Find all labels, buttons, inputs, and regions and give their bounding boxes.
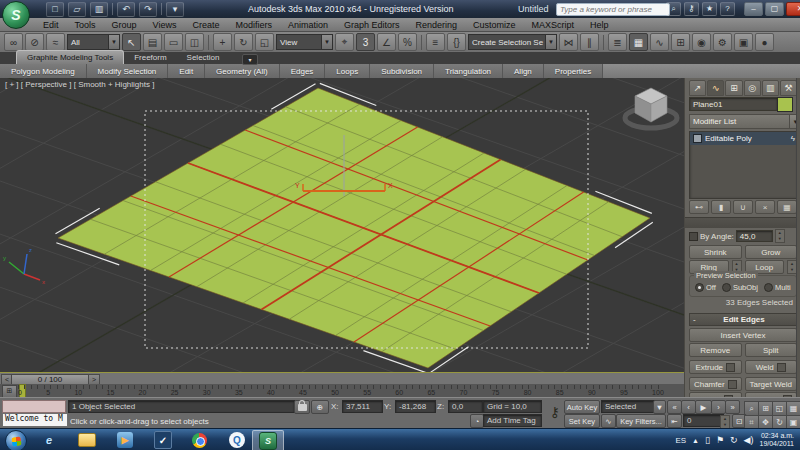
menu-item[interactable]: Rendering: [409, 20, 465, 30]
remove-modifier-icon[interactable]: ×: [755, 200, 775, 214]
ribbon-panel-button[interactable]: Edit: [168, 64, 205, 78]
settings-box-icon[interactable]: [726, 363, 735, 372]
ribbon-panel-button[interactable]: Geometry (All): [205, 64, 280, 78]
rendered-frame-window-icon[interactable]: ▣: [734, 33, 753, 51]
y-coordinate-field[interactable]: -81,268: [395, 400, 436, 413]
selection-filter-dropdown[interactable]: All▼: [67, 34, 120, 50]
menu-item[interactable]: Tools: [68, 20, 103, 30]
grow-button[interactable]: Grow: [745, 245, 798, 259]
add-time-tag-field[interactable]: Add Time Tag: [483, 414, 542, 427]
edit-edges-left-button[interactable]: Remove: [689, 343, 742, 357]
chevron-down-icon[interactable]: ▼: [545, 35, 556, 49]
redo-icon[interactable]: ↷: [139, 2, 157, 17]
menu-item[interactable]: Views: [146, 20, 184, 30]
favorites-star-icon[interactable]: ★: [702, 2, 717, 16]
current-frame-field[interactable]: 0: [683, 414, 724, 427]
schematic-view-icon[interactable]: ⊞: [671, 33, 690, 51]
modifier-stack[interactable]: Editable Poly ϟ: [689, 131, 799, 199]
ribbon-minimize-icon[interactable]: ▾: [242, 54, 258, 65]
next-frame-icon[interactable]: ›: [711, 400, 726, 414]
configure-modifier-sets-icon[interactable]: ▦: [777, 200, 797, 214]
modifier-stack-item[interactable]: Editable Poly ϟ: [690, 132, 798, 145]
menu-item[interactable]: Graph Editors: [337, 20, 407, 30]
chevron-down-icon[interactable]: ▼: [108, 35, 119, 49]
mirror-icon[interactable]: ⋈: [559, 33, 578, 51]
taskbar-item-3ds-max[interactable]: S: [252, 430, 284, 450]
taskbar-item-messenger[interactable]: Q: [222, 430, 252, 450]
edit-edges-left-button[interactable]: Extrude: [689, 360, 742, 374]
preview-selection-radio[interactable]: Multi: [764, 283, 791, 292]
go-to-end-icon[interactable]: »: [725, 400, 740, 414]
open-file-icon[interactable]: ▱: [68, 2, 86, 17]
menu-item[interactable]: Customize: [466, 20, 523, 30]
chevron-down-icon[interactable]: ▼: [653, 400, 666, 414]
select-and-scale-icon[interactable]: ◱: [255, 33, 274, 51]
new-file-icon[interactable]: □: [46, 2, 64, 17]
motion-tab-icon[interactable]: ◎: [744, 80, 761, 96]
maximize-button[interactable]: ▢: [765, 2, 784, 16]
insert-vertex-button[interactable]: Insert Vertex: [689, 328, 797, 342]
utilities-tab-icon[interactable]: ⚒: [780, 80, 797, 96]
select-by-name-icon[interactable]: ▤: [143, 33, 162, 51]
ribbon-panel-button[interactable]: Triangulation: [434, 64, 503, 78]
minimize-button[interactable]: –: [744, 2, 763, 16]
ribbon-tab[interactable]: Selection: [177, 51, 230, 64]
preview-selection-radio[interactable]: Off: [695, 283, 716, 292]
clock[interactable]: 02:34 a.m. 19/04/2011: [759, 432, 798, 448]
named-selection-brackets-icon[interactable]: {}: [447, 33, 466, 51]
graphite-ribbon-toggle-icon[interactable]: ▦: [629, 33, 648, 51]
select-and-manipulate-icon[interactable]: ⌖: [335, 33, 354, 51]
menu-item[interactable]: Help: [583, 20, 616, 30]
edit-named-selection-sets-icon[interactable]: ≡: [426, 33, 445, 51]
track-bar[interactable]: ⊞ 05101520253035404550556065707580859095…: [0, 384, 684, 398]
edit-edges-left-button[interactable]: Chamfer: [689, 377, 742, 391]
create-tab-icon[interactable]: ↗: [689, 80, 706, 96]
object-color-swatch[interactable]: [777, 97, 793, 112]
language-indicator[interactable]: ES: [675, 436, 686, 445]
search-input[interactable]: [556, 3, 670, 16]
by-angle-spinner[interactable]: ▲▼: [775, 229, 785, 243]
time-tag-icon[interactable]: ◔: [470, 414, 484, 428]
previous-frame-icon[interactable]: ‹: [681, 400, 696, 414]
search-icon[interactable]: ⌕: [666, 2, 681, 16]
percent-snap-icon[interactable]: %: [398, 33, 417, 51]
menu-item[interactable]: Group: [105, 20, 144, 30]
qat-dropdown-icon[interactable]: ▾: [166, 2, 184, 17]
unlink-selection-icon[interactable]: ⊘: [25, 33, 44, 51]
named-selection-set-dropdown[interactable]: Create Selection Se▼: [468, 34, 557, 50]
rectangular-selection-region-icon[interactable]: ▭: [164, 33, 183, 51]
edit-edges-right-button[interactable]: Target Weld: [745, 377, 798, 391]
auto-key-button[interactable]: Auto Key: [564, 400, 600, 414]
pin-stack-icon[interactable]: ⊷: [689, 200, 709, 214]
taskbar-item-media-player[interactable]: ▶: [110, 430, 140, 450]
hierarchy-tab-icon[interactable]: ⊞: [725, 80, 742, 96]
selection-lock-icon[interactable]: [294, 400, 310, 414]
settings-box-icon[interactable]: [728, 380, 737, 389]
z-coordinate-field[interactable]: 0,0: [448, 400, 483, 413]
select-and-link-icon[interactable]: ∞: [4, 33, 23, 51]
action-center-flag-icon[interactable]: ⚑: [716, 435, 724, 445]
display-tab-icon[interactable]: ▥: [762, 80, 779, 96]
window-crossing-icon[interactable]: ◫: [185, 33, 204, 51]
key-filter-selected-dropdown[interactable]: Selected: [601, 400, 658, 413]
absolute-mode-transform-icon[interactable]: ⊕: [311, 400, 329, 414]
new-key-curve-icon[interactable]: ∿: [601, 414, 616, 428]
object-name-field[interactable]: Plane01: [689, 97, 778, 111]
ribbon-tab[interactable]: Freeform: [124, 51, 176, 64]
render-production-icon[interactable]: ●: [755, 33, 774, 51]
modifier-list-dropdown[interactable]: Modifier List ▼: [689, 114, 800, 129]
viewport-canvas[interactable]: XYxyz: [0, 78, 684, 372]
go-to-start-icon[interactable]: «: [667, 400, 682, 414]
volume-icon[interactable]: ◀): [744, 435, 754, 445]
ribbon-panel-button[interactable]: Loops: [325, 64, 370, 78]
curve-editor-icon[interactable]: ∿: [650, 33, 669, 51]
chevron-down-icon[interactable]: ▼: [321, 35, 332, 49]
menu-item[interactable]: Edit: [36, 20, 66, 30]
menu-item[interactable]: Modifiers: [228, 20, 279, 30]
x-coordinate-field[interactable]: 37,511: [342, 400, 383, 413]
menu-item[interactable]: MAXScript: [525, 20, 582, 30]
snaps-toggle-icon[interactable]: 3: [356, 33, 375, 51]
select-object-icon[interactable]: ↖: [122, 33, 141, 51]
perspective-viewport[interactable]: XYxyz [ + ] [ Perspective ] [ Smooth + H…: [0, 78, 684, 372]
show-hidden-icons-icon[interactable]: ▲: [692, 437, 699, 444]
